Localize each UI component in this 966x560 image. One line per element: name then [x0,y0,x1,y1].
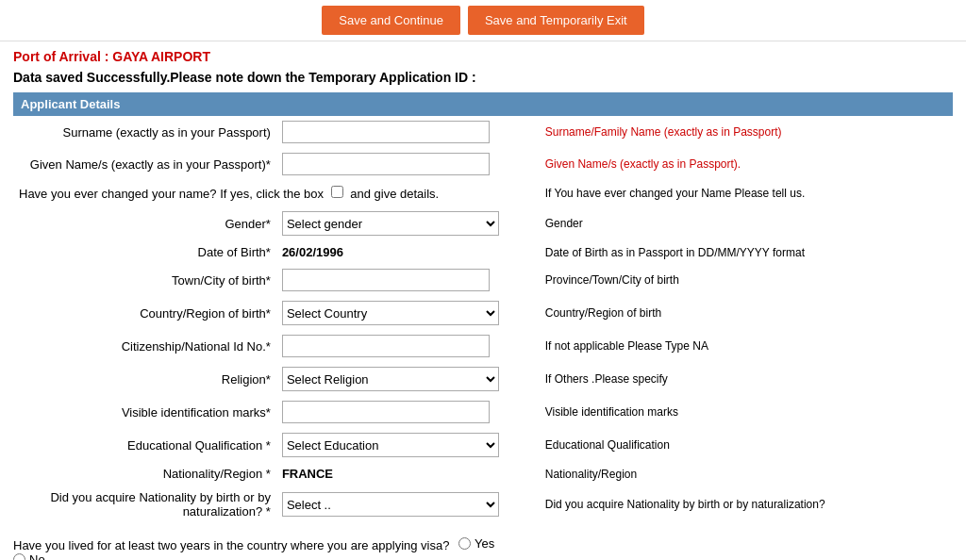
save-exit-button[interactable]: Save and Temporarily Exit [468,6,644,35]
visible-marks-input-cell [276,396,540,428]
country-row: Country/Region of birth* Select Country … [13,296,953,330]
nationality-row: Nationality/Region * FRANCE Nationality/… [13,462,953,486]
dob-hint: Date of Birth as in Passport in DD/MM/YY… [540,240,953,264]
lived-no-label[interactable]: No [13,552,45,560]
lived-yes-radio[interactable] [458,537,471,550]
religion-select-cell: Select Religion [276,362,540,396]
visible-marks-label: Visible identification marks* [13,396,276,428]
dob-row: Date of Birth* 26/02/1996 Date of Birth … [13,240,953,264]
religion-label: Religion* [13,362,276,396]
naturalization-select[interactable]: Select .. Birth Naturalization [282,492,499,517]
applicant-details-form: Surname (exactly as in your Passport) Su… [13,116,953,523]
visible-marks-hint: Visible identification marks [540,396,953,428]
surname-input[interactable] [282,121,490,143]
education-label: Educational Qualification * [13,428,276,462]
town-hint: Province/Town/City of birth [540,264,953,296]
citizenship-input[interactable] [282,335,490,357]
nationality-value: FRANCE [282,467,333,481]
education-hint: Educational Qualification [540,428,953,462]
naturalization-label: Did you acquire Nationality by birth or … [13,486,276,523]
lived-text: Have you lived for at least two years in… [13,538,449,552]
given-name-label: Given Name/s (exactly as in your Passpor… [13,148,276,180]
citizenship-label: Citizenship/National Id No.* [13,330,276,362]
country-hint: Country/Region of birth [540,296,953,330]
visible-marks-input[interactable] [282,401,490,423]
town-row: Town/City of birth* Province/Town/City o… [13,264,953,296]
religion-hint: If Others .Please specify [540,362,953,396]
gender-label: Gender* [13,206,276,240]
country-select-cell: Select Country [276,296,540,330]
education-select[interactable]: Select Education [282,433,499,457]
naturalization-select-cell: Select .. Birth Naturalization [276,486,540,523]
changed-name-checkbox[interactable] [331,186,343,198]
changed-name-cell: Have you ever changed your name? If yes,… [13,180,540,206]
religion-select[interactable]: Select Religion [282,367,499,391]
changed-name-checkbox-label: and give details. [350,187,439,201]
nationality-value-cell: FRANCE [276,462,540,486]
lived-section: Have you lived for at least two years in… [0,531,966,560]
citizenship-hint: If not applicable Please Type NA [540,330,953,362]
top-action-bar: Save and Continue Save and Temporarily E… [0,0,966,41]
dob-label: Date of Birth* [13,240,276,264]
section-header: Applicant Details [13,92,953,116]
surname-row: Surname (exactly as in your Passport) Su… [13,116,953,148]
surname-hint: Surname/Family Name (exactly as in Passp… [540,116,953,148]
dob-value-cell: 26/02/1996 [276,240,540,264]
lived-no-text: No [29,552,45,560]
data-saved-message: Data saved Successfully.Please note down… [13,70,953,85]
citizenship-input-cell [276,330,540,362]
save-continue-button[interactable]: Save and Continue [322,6,460,35]
lived-no-radio[interactable] [13,553,25,560]
given-name-input-cell [276,148,540,180]
naturalization-hint: Did you acquire Nationality by birth or … [540,486,953,523]
given-name-input[interactable] [282,153,490,175]
changed-name-text: Have you ever changed your name? If yes,… [19,187,324,201]
surname-label: Surname (exactly as in your Passport) [13,116,276,148]
town-label: Town/City of birth* [13,264,276,296]
town-input[interactable] [282,269,490,291]
gender-select[interactable]: Select gender Male Female Other [282,211,499,236]
changed-name-hint: If You have ever changed your Name Pleas… [540,180,953,206]
port-of-arrival: Port of Arrival : GAYA AIRPORT [13,49,953,64]
citizenship-row: Citizenship/National Id No.* If not appl… [13,330,953,362]
given-name-hint: Given Name/s (exactly as in Passport). [540,148,953,180]
visible-marks-row: Visible identification marks* Visible id… [13,396,953,428]
nationality-hint: Nationality/Region [540,462,953,486]
dob-value: 26/02/1996 [282,245,343,259]
port-value: GAYA AIRPORT [112,49,210,64]
religion-row: Religion* Select Religion If Others .Ple… [13,362,953,396]
lived-yes-label[interactable]: Yes [458,536,494,551]
surname-input-cell [276,116,540,148]
main-content: Port of Arrival : GAYA AIRPORT Data save… [0,41,966,531]
lived-yes-text: Yes [475,536,494,551]
country-select[interactable]: Select Country [282,301,499,325]
nationality-label: Nationality/Region * [13,462,276,486]
country-label: Country/Region of birth* [13,296,276,330]
naturalization-row: Did you acquire Nationality by birth or … [13,486,953,523]
education-select-cell: Select Education [276,428,540,462]
gender-hint: Gender [540,206,953,240]
education-row: Educational Qualification * Select Educa… [13,428,953,462]
changed-name-row: Have you ever changed your name? If yes,… [13,180,953,206]
given-name-row: Given Name/s (exactly as in your Passpor… [13,148,953,180]
port-label: Port of Arrival : [13,49,108,64]
gender-select-cell: Select gender Male Female Other [276,206,540,240]
gender-row: Gender* Select gender Male Female Other … [13,206,953,240]
town-input-cell [276,264,540,296]
